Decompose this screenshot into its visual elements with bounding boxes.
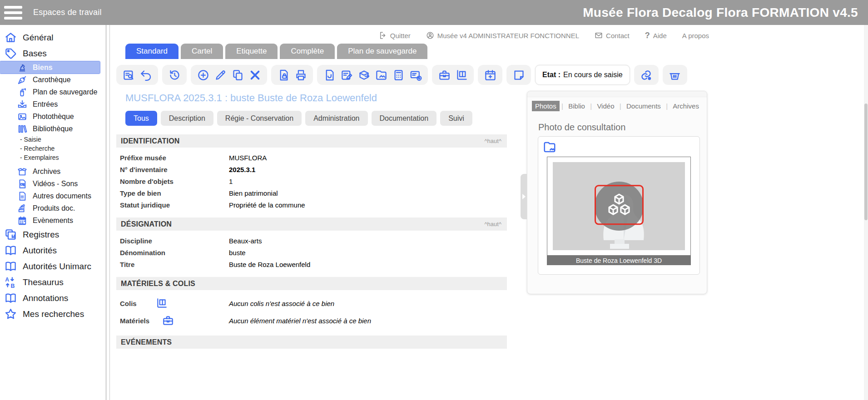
media-tab-biblio[interactable]: Biblio: [565, 101, 588, 111]
media-tab-documents[interactable]: Documents: [623, 101, 664, 111]
sidebar-item-label: Annotations: [23, 293, 68, 303]
panel-collapse-handle[interactable]: [521, 174, 527, 219]
view-tab-standard[interactable]: Standard: [125, 44, 179, 59]
media-tab-photos[interactable]: Photos: [532, 101, 560, 111]
media-tabs: Photos | Biblio | Vidéo | Documents | Ar…: [527, 97, 707, 114]
box-export-icon[interactable]: [355, 66, 372, 84]
folder-image-icon[interactable]: [372, 66, 390, 84]
basket-icon[interactable]: [666, 66, 684, 84]
sidebar-item-bibliotheque[interactable]: Bibliothèque: [0, 123, 106, 135]
hamburger-menu-icon[interactable]: [4, 6, 22, 20]
user-menu[interactable]: Musée v4 ADMINISTRATEUR FONCTIONNEL: [426, 31, 579, 40]
sidebar-item-videos-sons[interactable]: Vidéos - Sons: [0, 178, 106, 190]
sidebar-item-label: Biens: [33, 64, 53, 72]
view-tab-complete[interactable]: Complète: [280, 44, 335, 59]
user-icon: [426, 31, 434, 40]
calendar-add-icon[interactable]: [481, 66, 499, 84]
undo-icon[interactable]: [137, 66, 154, 84]
form-edit-icon[interactable]: [338, 66, 355, 84]
sidebar-item-recherche[interactable]: - Recherche: [0, 144, 106, 153]
sidebar-item-autres-documents[interactable]: Autres documents: [0, 190, 106, 202]
back-to-top-link[interactable]: ^haut^: [484, 221, 501, 227]
photo-icon: [17, 112, 27, 122]
sidebar-item-biens[interactable]: Biens: [0, 61, 100, 74]
about-label: A propos: [682, 32, 709, 40]
sidebar-item-registres[interactable]: Registres: [0, 227, 106, 242]
inbox-in-icon: [17, 99, 27, 109]
help-button[interactable]: ? Aide: [645, 31, 667, 40]
trolley-icon[interactable]: [453, 66, 470, 84]
etat-label: Etat :: [542, 71, 560, 79]
record-tab-tous[interactable]: Tous: [125, 111, 157, 126]
note-icon[interactable]: [510, 66, 527, 84]
record-tab-regie-conservation[interactable]: Régie - Conservation: [217, 111, 302, 126]
photo-section-heading: Photo de consultation: [538, 122, 707, 133]
sidebar-item-bases[interactable]: Bases: [0, 45, 106, 61]
view-tab-cartel[interactable]: Cartel: [181, 44, 223, 59]
sidebar-item-archives[interactable]: Archives: [0, 165, 106, 178]
sidebar-item-thesaurus[interactable]: AB Thesaurus: [0, 274, 106, 290]
sidebar-splitter[interactable]: [106, 25, 110, 400]
sidebar-item-autorites[interactable]: Autorités: [0, 242, 106, 258]
sidebar-item-label: - Exemplaires: [20, 154, 59, 161]
add-circle-icon[interactable]: [194, 66, 212, 84]
sidebar-item-autorites-unimarc[interactable]: Autorités Unimarc: [0, 258, 106, 274]
sidebar-item-saisie[interactable]: - Saisie: [0, 135, 106, 144]
media-panel-header: [527, 91, 707, 97]
sidebar-item-annotations[interactable]: Annotations: [0, 290, 106, 306]
sidebar-item-general[interactable]: Général: [0, 30, 106, 45]
contact-label: Contact: [606, 32, 630, 40]
photo-thumbnail[interactable]: [553, 162, 685, 250]
field-label: Discipline: [116, 235, 229, 247]
folder-image-icon[interactable]: [543, 140, 556, 154]
sidebar-item-exemplaires[interactable]: - Exemplaires: [0, 153, 106, 162]
photo-card: Buste de Roza Loewenfeld 3D: [538, 136, 700, 275]
print-icon[interactable]: [292, 66, 309, 84]
fire-extinguisher-icon: [17, 87, 27, 97]
link-icon[interactable]: [638, 66, 655, 84]
page-attach-icon[interactable]: [321, 66, 338, 84]
field-label: Préfixe musée: [116, 152, 229, 164]
record-tab-suivi[interactable]: Suivi: [440, 111, 472, 126]
field-value: Buste de Roza Loewenfeld: [229, 259, 310, 271]
back-to-top-link[interactable]: ^haut^: [484, 138, 501, 144]
workspace-label[interactable]: Espaces de travail: [33, 8, 102, 17]
toolbox-icon[interactable]: [162, 315, 174, 326]
view-tab-plan-de-sauvegarde[interactable]: Plan de sauvegarde: [337, 44, 427, 59]
delete-x-icon[interactable]: [246, 66, 263, 84]
sidebar-item-carotheque[interactable]: Carothèque: [0, 74, 106, 86]
etat-chip: Etat : En cours de saisie: [535, 65, 630, 85]
trolley-icon[interactable]: [156, 297, 168, 309]
calculator-icon[interactable]: [390, 66, 407, 84]
media-tab-archives[interactable]: Archives: [670, 101, 702, 111]
edit-icon[interactable]: [212, 66, 229, 84]
sidebar-item-phototheque[interactable]: Photothèque: [0, 110, 106, 123]
view-tab-etiquette[interactable]: Etiquette: [225, 44, 278, 59]
sidebar-item-plan-de-sauvegarde[interactable]: Plan de sauvegarde: [0, 86, 106, 98]
section-header-evenements: EVÉNEMENTS: [116, 336, 507, 349]
tab-separator: |: [590, 102, 592, 110]
copy-icon[interactable]: [229, 66, 246, 84]
record-tab-administration[interactable]: Administration: [305, 111, 367, 126]
history-icon[interactable]: [166, 66, 183, 84]
record-toolbar: Etat : En cours de saisie: [116, 64, 687, 85]
record-tab-documentation[interactable]: Documentation: [372, 111, 437, 126]
card-add-icon[interactable]: [407, 66, 424, 84]
contact-button[interactable]: Contact: [595, 31, 630, 40]
utility-bar: Quitter Musée v4 ADMINISTRATEUR FONCTION…: [379, 28, 709, 43]
sidebar-item-evenements[interactable]: Evènements: [0, 214, 106, 227]
sidebar-item-entrees[interactable]: Entrées: [0, 98, 106, 110]
quit-button[interactable]: Quitter: [379, 31, 411, 40]
page-scrollbar[interactable]: [864, 25, 868, 400]
about-button[interactable]: A propos: [682, 32, 709, 40]
page-export-icon[interactable]: [275, 66, 292, 84]
form-search-icon[interactable]: [120, 66, 137, 84]
record-tab-description[interactable]: Description: [161, 111, 213, 126]
sidebar-item-mes-recherches[interactable]: Mes recherches: [0, 306, 106, 322]
toolbox-icon[interactable]: [436, 66, 453, 84]
scrollbar-thumb[interactable]: [864, 104, 868, 220]
star-icon: [5, 308, 17, 320]
media-tab-video[interactable]: Vidéo: [594, 101, 617, 111]
sidebar-item-produits-doc[interactable]: Produits doc.: [0, 202, 106, 214]
field-label: Matériels: [120, 317, 149, 325]
